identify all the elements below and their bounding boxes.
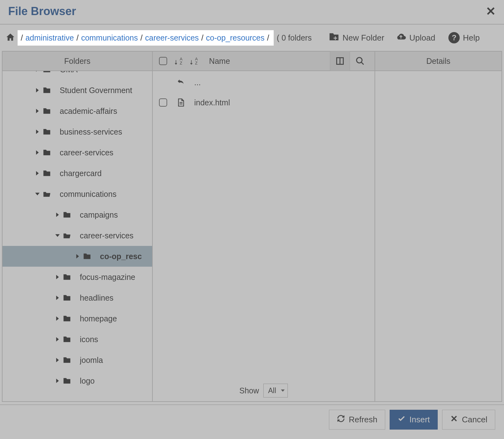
tree-item-co-op-resources[interactable]: co-op_resc <box>3 246 152 267</box>
tree-item-campaigns[interactable]: campaigns <box>3 204 152 225</box>
close-button[interactable]: ✕ <box>486 4 496 18</box>
dialog-footer: Refresh Insert Cancel <box>0 404 504 434</box>
cancel-button[interactable]: Cancel <box>442 410 495 430</box>
insert-label: Insert <box>409 415 430 425</box>
check-icon <box>397 414 406 425</box>
document-icon <box>175 98 186 107</box>
folder-tree[interactable]: GMAStudent Governmentacademic-affairsbus… <box>3 71 152 401</box>
details-header: Details <box>375 52 501 71</box>
folder-icon <box>42 86 55 94</box>
refresh-label: Refresh <box>349 415 377 425</box>
new-folder-button[interactable]: New Folder <box>329 31 384 44</box>
tree-item-label: communications <box>60 190 117 199</box>
folder-icon <box>42 71 55 74</box>
tree-item-label: career-services <box>80 231 134 240</box>
breadcrumb-item[interactable]: career-services <box>145 33 199 42</box>
help-icon: ? <box>448 32 460 43</box>
chevron-down-icon[interactable] <box>33 192 42 196</box>
tree-item-career-services[interactable]: career-services <box>3 142 152 163</box>
folder-icon <box>42 107 55 115</box>
refresh-icon <box>337 414 345 425</box>
upload-label: Upload <box>409 33 435 43</box>
tree-item-label: logo <box>80 376 95 386</box>
tree-item-icons[interactable]: icons <box>3 329 152 350</box>
chevron-right-icon[interactable] <box>53 275 62 279</box>
tree-item-business-services[interactable]: business-services <box>3 121 152 142</box>
tree-item-label: headlines <box>80 293 113 303</box>
tree-item-homepage[interactable]: homepage <box>3 308 152 329</box>
chevron-right-icon[interactable] <box>53 337 62 342</box>
undo-icon <box>175 78 186 87</box>
chevron-right-icon[interactable] <box>53 296 62 300</box>
file-row[interactable]: index.html <box>153 92 375 113</box>
chevron-right-icon[interactable] <box>33 109 42 113</box>
chevron-right-icon[interactable] <box>53 213 62 217</box>
sort-desc-button[interactable]: AZ <box>189 57 198 65</box>
breadcrumb-item[interactable]: co-op_resources <box>206 33 265 42</box>
folder-icon <box>42 169 55 177</box>
tree-item-student-government[interactable]: Student Government <box>3 80 152 101</box>
chevron-right-icon[interactable] <box>33 150 42 155</box>
breadcrumb-item[interactable]: administrative <box>25 33 74 42</box>
folder-plus-icon <box>329 31 339 44</box>
tree-item-headlines[interactable]: headlines <box>3 287 152 308</box>
svg-point-4 <box>357 58 362 63</box>
folder-icon <box>62 294 75 302</box>
tree-item-academic-affairs[interactable]: academic-affairs <box>3 101 152 121</box>
page-size-select[interactable]: All <box>263 384 288 397</box>
chevron-right-icon[interactable] <box>33 130 42 134</box>
dialog-header: File Browser ✕ <box>0 0 504 25</box>
folder-icon <box>62 211 75 219</box>
chevron-right-icon[interactable] <box>33 171 42 175</box>
refresh-button[interactable]: Refresh <box>329 410 385 430</box>
folder-open-icon <box>42 190 55 198</box>
insert-button[interactable]: Insert <box>390 410 438 430</box>
chevron-right-icon[interactable] <box>73 254 82 258</box>
select-all-checkbox[interactable] <box>159 57 167 65</box>
folder-icon <box>62 335 75 343</box>
tree-item-joomla[interactable]: joomla <box>3 350 152 370</box>
folders-header: Folders <box>3 52 152 71</box>
breadcrumb: / administrative / communications / care… <box>18 30 274 46</box>
tree-item-logo[interactable]: logo <box>3 370 152 391</box>
folder-open-icon <box>62 231 75 240</box>
files-header: AZ AZ Name <box>153 52 375 71</box>
name-column-header[interactable]: Name <box>209 57 230 66</box>
chevron-right-icon[interactable] <box>33 71 42 72</box>
sort-asc-button[interactable]: AZ <box>174 57 183 65</box>
chevron-right-icon[interactable] <box>53 358 62 362</box>
tree-item-chargercard[interactable]: chargercard <box>3 163 152 184</box>
tree-item-label: joomla <box>80 356 103 365</box>
home-icon[interactable] <box>6 32 15 43</box>
chevron-down-icon[interactable] <box>53 233 62 238</box>
chevron-right-icon[interactable] <box>33 88 42 92</box>
upload-button[interactable]: Upload <box>396 31 435 44</box>
breadcrumb-item[interactable]: communications <box>81 33 138 42</box>
tree-item-label: icons <box>80 335 98 344</box>
dialog-title: File Browser <box>8 5 76 18</box>
close-icon <box>450 414 458 425</box>
details-pane: Details <box>375 52 501 401</box>
tree-item-label: co-op_resc <box>100 252 142 261</box>
pagination-bar: Show All <box>153 384 375 397</box>
search-button[interactable] <box>350 51 370 71</box>
files-pane: AZ AZ Name ... <box>153 52 375 401</box>
tree-item-label: focus-magazine <box>80 273 135 282</box>
help-label: Help <box>463 33 479 43</box>
tree-item-focus-magazine[interactable]: focus-magazine <box>3 267 152 287</box>
parent-folder-row[interactable]: ... <box>153 72 375 92</box>
columns-view-button[interactable] <box>330 51 350 71</box>
toolbar: / administrative / communications / care… <box>0 25 504 51</box>
tree-item-gma[interactable]: GMA <box>3 71 152 80</box>
tree-item-career-services[interactable]: career-services <box>3 225 152 246</box>
tree-item-label: GMA <box>60 71 78 74</box>
tree-item-label: Student Government <box>60 86 132 95</box>
folder-icon <box>82 252 95 260</box>
chevron-right-icon[interactable] <box>53 379 62 383</box>
chevron-right-icon[interactable] <box>53 316 62 321</box>
svg-rect-1 <box>333 37 337 38</box>
tree-item-label: academic-affairs <box>60 107 117 116</box>
help-button[interactable]: ? Help <box>448 32 479 43</box>
tree-item-communications[interactable]: communications <box>3 184 152 204</box>
file-checkbox[interactable] <box>159 98 167 107</box>
